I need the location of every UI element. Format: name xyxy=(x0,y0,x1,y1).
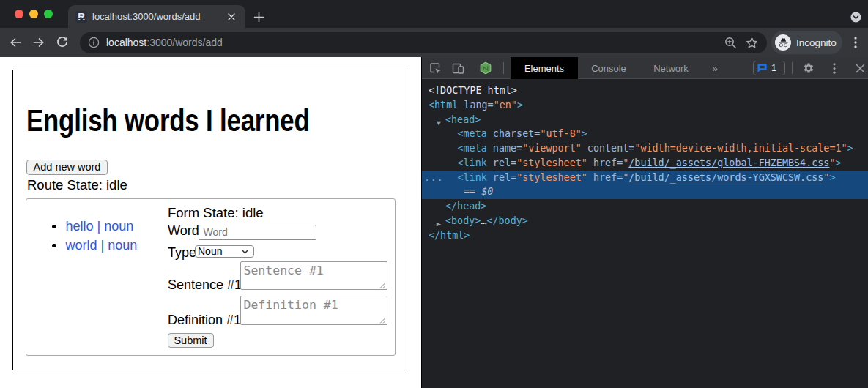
dom-tree: <!DOCTYPE html><html lang="en">▼<head><m… xyxy=(422,83,868,242)
dom-token-tag: > xyxy=(847,143,853,154)
sentence-textarea[interactable]: Sentence #1 xyxy=(240,261,388,291)
zoom-page-icon[interactable] xyxy=(724,37,737,49)
close-window-button[interactable] xyxy=(15,10,23,18)
dom-token-val: "stylesheet" xyxy=(516,157,587,168)
word-link[interactable]: world | noun xyxy=(66,238,138,253)
route-state-text: Route State: idle xyxy=(27,179,127,193)
issues-count: 1 xyxy=(771,63,776,73)
browser-toolbar: localhost:3000/words/add Incognito xyxy=(0,28,868,57)
type-select[interactable]: Noun xyxy=(195,245,255,258)
window-content: English words I learned Add new word Rou… xyxy=(0,57,868,388)
browser-menu-icon[interactable] xyxy=(854,37,857,48)
tab-close-icon[interactable] xyxy=(228,13,235,20)
dom-token-tag: > xyxy=(582,128,587,139)
dom-tree-row[interactable]: <html lang="en"> xyxy=(422,98,868,113)
dom-tree-row[interactable]: ▶<body>…</body> xyxy=(422,214,868,228)
definition-textarea[interactable]: Definition #1 xyxy=(240,296,388,326)
browser-window: R localhost:3000/words/add localhost: xyxy=(0,0,868,388)
url-host: localhost xyxy=(106,37,146,48)
form-state-text: Form State: idle xyxy=(168,206,264,220)
resize-grip-icon[interactable] xyxy=(379,316,386,324)
device-toolbar-icon[interactable] xyxy=(448,57,467,79)
inspect-element-icon[interactable] xyxy=(426,57,445,79)
bookmark-star-icon[interactable] xyxy=(746,37,758,49)
definition-label: Definition #1 xyxy=(168,313,241,327)
dom-token-tag: > xyxy=(835,157,841,168)
tab-elements[interactable]: Elements xyxy=(511,57,578,79)
url-path: :3000/words/add xyxy=(146,37,223,48)
word-list-item: world | noun xyxy=(66,239,138,252)
dom-token-meta: == $0 xyxy=(464,186,493,197)
dom-token-attr: content= xyxy=(582,143,635,154)
tab-console[interactable]: Console xyxy=(578,57,639,79)
submit-button[interactable]: Submit xyxy=(168,333,214,348)
resize-grip-icon[interactable] xyxy=(379,281,386,288)
site-info-icon[interactable] xyxy=(88,37,100,48)
dom-token-tag: </html> xyxy=(429,230,470,241)
dom-token-tag: <head> xyxy=(445,114,481,125)
dom-token-tag: > xyxy=(829,172,835,183)
web-page: English words I learned Add new word Rou… xyxy=(0,57,421,388)
dom-token-text: <!DOCTYPE html> xyxy=(429,85,517,96)
dom-tree-row[interactable]: <meta charset="utf-8"> xyxy=(422,127,868,141)
address-bar[interactable]: localhost:3000/words/add xyxy=(80,32,767,53)
devtools-menu-icon[interactable] xyxy=(825,57,844,79)
dom-token-val: "utf-8" xyxy=(540,128,581,139)
dom-token-tag: <link xyxy=(458,172,487,183)
dom-tree-row[interactable]: ▼<head> xyxy=(422,113,868,127)
dom-token-tag: <html xyxy=(429,100,458,111)
dom-tree-row[interactable]: <meta name="viewport" content="width=dev… xyxy=(422,141,868,156)
dom-token-link: /build/_assets/global-FHZEMBS4.css xyxy=(628,157,829,168)
bullet-icon xyxy=(52,244,56,248)
node-devtools-icon[interactable] xyxy=(476,57,495,79)
add-new-word-button[interactable]: Add new word xyxy=(26,160,108,176)
back-icon[interactable] xyxy=(7,34,24,51)
settings-gear-icon[interactable] xyxy=(799,57,818,79)
dom-token-tag: <body> xyxy=(445,215,481,226)
dom-token-tag: </head> xyxy=(445,201,486,212)
devtools-close-icon[interactable] xyxy=(850,57,868,79)
forward-icon[interactable] xyxy=(30,34,48,51)
sentence-label: Sentence #1 xyxy=(168,278,242,291)
dom-token-val: "width=device-width,initial-scale=1" xyxy=(634,143,847,154)
dom-tree-row[interactable]: </html> xyxy=(422,228,868,243)
tab-search-button[interactable] xyxy=(850,12,861,23)
dom-tree-row[interactable]: <!DOCTYPE html> xyxy=(422,83,868,98)
row-menu-icon[interactable]: ... xyxy=(424,171,443,185)
zoom-window-button[interactable] xyxy=(44,10,53,18)
more-tabs-icon[interactable]: » xyxy=(705,57,725,79)
tab-strip: R localhost:3000/words/add xyxy=(0,0,868,28)
new-tab-button[interactable] xyxy=(253,12,264,23)
dom-token-attr: lang= xyxy=(458,100,493,111)
bullet-icon xyxy=(52,225,56,229)
word-label: Word xyxy=(168,224,199,237)
dom-token-attr: href= xyxy=(587,172,623,183)
minimize-window-button[interactable] xyxy=(29,10,38,18)
dom-tree-row[interactable]: <link rel="stylesheet" href="/build/_ass… xyxy=(422,156,868,171)
dom-token-attr: rel= xyxy=(487,157,516,168)
incognito-badge[interactable]: Incognito xyxy=(771,31,842,54)
incognito-label: Incognito xyxy=(796,37,837,48)
issues-counter[interactable]: 1 xyxy=(753,61,785,75)
dom-token-attr: name= xyxy=(487,143,522,154)
url-text: localhost:3000/words/add xyxy=(106,37,223,48)
dom-token-attr: href= xyxy=(587,157,623,168)
dom-tree-row[interactable]: ...<link rel="stylesheet" href="/build/_… xyxy=(422,171,868,185)
dom-token-attr: rel= xyxy=(487,172,516,183)
dom-tree-row[interactable]: == $0 xyxy=(422,184,868,199)
word-list-item: hello | noun xyxy=(66,220,134,233)
word-link[interactable]: hello | noun xyxy=(66,219,134,234)
remix-favicon-icon: R xyxy=(75,11,87,23)
browser-tab[interactable]: R localhost:3000/words/add xyxy=(68,5,245,28)
dom-tree-row[interactable]: </head> xyxy=(422,199,868,214)
devtools-toolbar: Elements Console Network » 1 xyxy=(422,57,868,79)
reload-icon[interactable] xyxy=(53,34,71,51)
toolbar-separator xyxy=(792,62,793,74)
tab-title: localhost:3000/words/add xyxy=(92,11,228,22)
devtools-panel: Elements Console Network » 1 xyxy=(421,57,868,388)
tab-network[interactable]: Network xyxy=(639,57,702,79)
page-title: English words I learned xyxy=(26,105,310,136)
dom-token-val: "stylesheet" xyxy=(516,172,587,183)
word-input[interactable]: Word xyxy=(199,225,316,241)
type-label: Type xyxy=(168,246,196,259)
